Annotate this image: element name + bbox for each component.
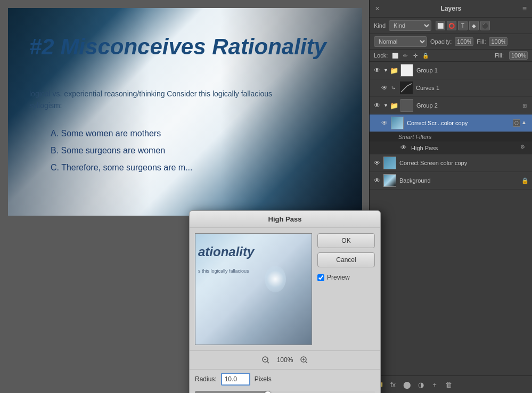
layer-thumb-background <box>383 174 396 187</box>
dialog-sidebar: OK Cancel Preview <box>317 233 375 345</box>
panel-bottom-icons: 📁 fx ⬤ ◑ + 🗑 <box>374 379 454 390</box>
layer-thumb-correct-screen <box>383 157 396 169</box>
background-lock-icon: 🔒 <box>521 177 529 184</box>
slide-items: A. Some women are mothers B. Some surgeo… <box>51 125 192 176</box>
radius-unit: Pixels <box>255 375 272 383</box>
layer-curves1[interactable]: 👁 ⤷ Curves 1 <box>370 79 532 97</box>
svg-line-7 <box>306 362 307 363</box>
layers-toolbar: Kind Kind ⬜ ⭕ T ◆ ⚫ <box>370 18 532 34</box>
slide-subtitle: logical vs. experiential reasoning/think… <box>29 88 272 112</box>
kind-dropdown[interactable]: Kind <box>389 20 431 31</box>
group2-badge: ⊞ <box>520 101 529 110</box>
zoom-value: 100% <box>277 356 293 364</box>
folder-group2-icon: 📁 <box>390 102 398 110</box>
radius-input[interactable] <box>221 373 250 386</box>
blend-row: Normal Opacity: Fill: <box>370 34 532 50</box>
panel-menu-icon[interactable]: ≡ <box>522 4 527 13</box>
ok-button[interactable]: OK <box>317 233 375 248</box>
layer-name-correct-screen: Correct Screen color copy <box>399 160 529 166</box>
panel-close-icon[interactable]: ✕ <box>375 5 380 12</box>
opacity-input[interactable] <box>455 37 473 46</box>
expand-smart-icon[interactable]: ▲ <box>521 119 529 127</box>
adjustment-icon[interactable]: ◑ <box>415 379 426 390</box>
dialog-preview: ationality s this logically fallacious <box>195 233 312 345</box>
panel-bottom: 📁 fx ⬤ ◑ + 🗑 <box>370 375 532 393</box>
filter-settings-icon[interactable]: ⚙ <box>520 144 529 152</box>
group2-arrow[interactable]: ▼ <box>383 103 389 108</box>
layer-thumb-group2 <box>400 99 413 112</box>
svg-line-3 <box>267 362 269 363</box>
filter-high-pass-row[interactable]: 👁 High Pass ⚙ <box>370 142 532 154</box>
filter-smart-icon[interactable]: ⚫ <box>480 21 490 30</box>
cancel-button[interactable]: Cancel <box>317 252 375 267</box>
dialog-title: High Pass <box>268 215 302 223</box>
canvas-image: #2 Misconceives Rationality logical vs. … <box>8 8 362 216</box>
lock-move-icon[interactable]: ✛ <box>411 51 420 60</box>
zoom-in-button[interactable] <box>298 354 310 366</box>
eye-background[interactable]: 👁 <box>373 176 381 185</box>
panel-title: Layers <box>441 5 462 12</box>
new-layer-icon[interactable]: + <box>429 379 440 390</box>
lock-pixel-icon[interactable]: ⬜ <box>391 51 399 60</box>
smart-object-badges: ⬡ <box>513 119 520 127</box>
eye-high-pass[interactable]: 👁 <box>400 144 409 152</box>
layers-list[interactable]: 👁 ▼ 📁 Group 1 👁 ⤷ Curves 1 👁 ▼ 📁 <box>370 62 532 375</box>
eye-group1[interactable]: 👁 <box>373 66 381 75</box>
smart-filters-label: Smart Filters <box>398 134 431 140</box>
fill-label-right: Fill: <box>495 52 504 59</box>
lock-draw-icon[interactable]: ✏ <box>401 51 410 60</box>
eye-correct-screen[interactable]: 👁 <box>373 159 381 167</box>
zoom-row: 100% <box>190 350 380 369</box>
opacity-label: Opacity: <box>430 38 452 45</box>
filter-pixel-icon[interactable]: ⬜ <box>436 21 445 30</box>
preview-checkbox[interactable] <box>317 274 324 281</box>
blend-mode-dropdown[interactable]: Normal <box>374 36 427 47</box>
filter-type-icon[interactable]: T <box>458 21 468 30</box>
preview-small-text: s this logically fallacious <box>198 268 249 274</box>
curves-icon: ⤷ <box>391 85 398 92</box>
smart-object-icon: ⬡ <box>513 119 520 127</box>
layer-name-correct-scr: Correct Scr...color copy <box>407 120 512 126</box>
group1-arrow[interactable]: ▼ <box>383 68 389 73</box>
layer-correct-scr-copy[interactable]: 👁 Correct Scr...color copy ⬡ ▲ <box>370 114 532 132</box>
delete-layer-icon[interactable]: 🗑 <box>443 379 454 390</box>
layer-group2[interactable]: 👁 ▼ 📁 Group 2 ⊞ <box>370 97 532 114</box>
fx-icon[interactable]: fx <box>388 379 398 390</box>
fill-label: Fill: <box>477 38 486 45</box>
layer-name-curves1: Curves 1 <box>416 85 529 91</box>
fill-input-right[interactable] <box>509 51 528 60</box>
layer-thumb-correct-scr <box>391 117 404 129</box>
svg-rect-0 <box>400 81 413 94</box>
preview-text: ationality <box>198 244 254 259</box>
lock-icons: ⬜ ✏ ✛ 🔒 <box>391 51 430 60</box>
layer-thumb-curves1 <box>400 81 413 94</box>
filter-shape-icon[interactable]: ◆ <box>469 21 479 30</box>
layer-thumb-group1 <box>400 64 413 77</box>
zoom-out-button[interactable] <box>260 354 272 366</box>
preview-label: Preview <box>327 274 350 281</box>
lock-row: Lock: ⬜ ✏ ✛ 🔒 Fill: <box>370 50 532 62</box>
mask-icon[interactable]: ⬤ <box>402 379 412 390</box>
lock-label: Lock: <box>374 52 388 59</box>
layer-group1[interactable]: 👁 ▼ 📁 Group 1 <box>370 62 532 79</box>
layer-correct-screen-copy[interactable]: 👁 Correct Screen color copy <box>370 154 532 172</box>
dialog-body: ationality s this logically fallacious O… <box>190 228 380 350</box>
folder-group1-icon: 📁 <box>390 67 398 75</box>
slide-item-a: A. Some women are mothers <box>51 125 192 142</box>
slide-item-b: B. Some surgeons are women <box>51 142 192 159</box>
radius-slider[interactable] <box>195 391 375 393</box>
kind-label: Kind <box>374 22 386 29</box>
eye-group2[interactable]: 👁 <box>373 101 381 110</box>
slide-title: #2 Misconceives Rationality <box>29 35 326 59</box>
radius-label: Radius: <box>195 375 217 383</box>
eye-correct-scr[interactable]: 👁 <box>380 119 389 127</box>
fill-input[interactable] <box>489 37 508 46</box>
filter-adjustment-icon[interactable]: ⭕ <box>447 21 456 30</box>
radius-row: Radius: Pixels <box>190 369 380 389</box>
layers-panel: ✕ Layers ≡ Kind Kind ⬜ ⭕ T ◆ ⚫ Normal Op… <box>369 0 532 393</box>
eye-curves1[interactable]: 👁 <box>380 84 389 92</box>
panel-header: ✕ Layers ≡ <box>370 0 532 18</box>
filter-icons: ⬜ ⭕ T ◆ ⚫ <box>436 21 490 30</box>
lock-all-icon[interactable]: 🔒 <box>421 51 430 60</box>
layer-background[interactable]: 👁 Background 🔒 <box>370 172 532 190</box>
